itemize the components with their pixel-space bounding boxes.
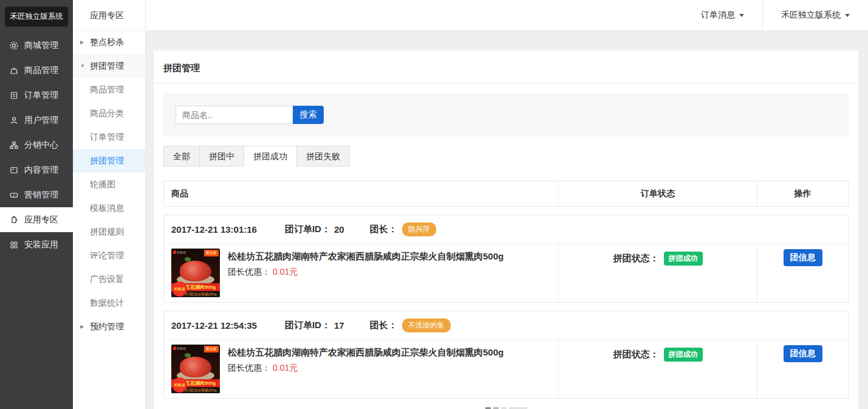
sidebar-item-mall[interactable]: 商城管理 — [0, 33, 73, 58]
group-info-button[interactable]: 团信息 — [784, 345, 822, 362]
app-logo: 禾匠独立版系统 — [5, 7, 68, 27]
leader-discount: 团长优惠：0.01元 — [228, 363, 504, 374]
flame-icon — [173, 250, 176, 254]
sidebar-item-label: 商品管理 — [24, 65, 58, 76]
sidebar-item-users[interactable]: 用户管理 — [0, 108, 73, 132]
chevron-right-icon: ▶ — [80, 324, 86, 329]
search-input[interactable] — [176, 106, 293, 124]
order-id-label: 团订单ID： — [285, 224, 330, 235]
col-header-product: 商品 — [164, 188, 558, 199]
order-group: 2017-12-21 13:01:16 团订单ID： 20 团长： 陈兴萍 松桂… — [163, 215, 849, 303]
caret-down-icon — [739, 14, 744, 17]
discount-value: 0.01元 — [273, 267, 298, 277]
order-id-value: 17 — [334, 320, 344, 331]
order-group: 2017-12-21 12:54:35 团订单ID： 17 团长： 不洗澡的鱼 … — [163, 311, 849, 399]
grid-icon — [9, 240, 19, 250]
order-group-body: 松桂坊 聚划算 五花腊肉500g 买3份送白辣椒200g ¥39.8 松桂坊五花… — [164, 244, 848, 302]
sidebar-item-orders[interactable]: 订单管理 — [0, 83, 73, 108]
order-messages-label: 订单消息 — [701, 10, 735, 21]
product-image: 松桂坊 聚划算 五花腊肉500g 买3份送白辣椒200g ¥39.8 — [171, 249, 220, 297]
submenu-item-data-stats[interactable]: 数据统计 — [73, 291, 145, 315]
submenu-item-goods-category[interactable]: 商品分类 — [73, 101, 145, 125]
submenu-item-groupbuy-manage[interactable]: 拼团管理 — [73, 149, 145, 173]
submenu-group-seckill[interactable]: ▶ 整点秒杀 — [73, 30, 145, 54]
sidebar-item-label: 营销管理 — [24, 190, 58, 201]
submenu-item-groupbuy-rules[interactable]: 拼团规则 — [73, 220, 145, 244]
submenu-item-goods-manage[interactable]: 商品管理 — [73, 78, 145, 101]
sidebar-item-marketing[interactable]: 营销管理 — [0, 182, 73, 207]
promo-badge: 聚划算 — [204, 346, 219, 352]
submenu-item-ad-settings[interactable]: 广告设置 — [73, 267, 145, 291]
garnish-shape — [185, 257, 191, 261]
discount-value: 0.01元 — [273, 363, 298, 373]
product-info: 松桂坊五花腊肉湖南特产农家湘西腊肠咸肉正宗柴火自制烟熏肉500g 团长优惠：0.… — [228, 249, 504, 297]
clipboard-icon — [9, 91, 19, 100]
sidebar-item-app-zone[interactable]: 应用专区 — [0, 207, 73, 232]
garnish-shape — [185, 353, 191, 357]
page-title: 拼团管理 — [154, 50, 858, 83]
flame-icon — [173, 346, 176, 350]
content-card: 拼团管理 搜索 全部 拼团中 拼团成功 拼团失败 商品 订单状态 操作 2017… — [154, 50, 858, 409]
product-image: 松桂坊 聚划算 五花腊肉500g 买3份送白辣椒200g ¥39.8 — [171, 345, 220, 393]
secondary-sidebar: 应用专区 ▶ 整点秒杀 ▼ 拼团管理 商品管理 商品分类 订单管理 拼团管理 轮… — [73, 0, 146, 409]
order-group-header: 2017-12-21 12:54:35 团订单ID： 17 团长： 不洗澡的鱼 — [164, 311, 848, 340]
submenu-group-label: 整点秒杀 — [90, 37, 124, 48]
product-title: 松桂坊五花腊肉湖南特产农家湘西腊肠咸肉正宗柴火自制烟熏肉500g — [228, 347, 504, 359]
image-price-badge: ¥39.8 — [172, 281, 187, 297]
orders-table: 商品 订单状态 操作 2017-12-21 13:01:16 团订单ID： 20… — [163, 180, 849, 409]
image-price-badge: ¥39.8 — [172, 377, 187, 393]
order-datetime: 2017-12-21 13:01:16 — [171, 224, 257, 235]
sidebar-item-goods[interactable]: 商品管理 — [0, 58, 73, 83]
product-cell: 松桂坊 聚划算 五花腊肉500g 买3份送白辣椒200g ¥39.8 松桂坊五花… — [164, 244, 558, 302]
submenu-item-carousel[interactable]: 轮播图 — [73, 173, 145, 196]
sidebar-item-distribution[interactable]: 分销中心 — [0, 132, 73, 157]
submenu-group-label: 预约管理 — [90, 321, 124, 332]
search-panel: 搜索 — [163, 93, 849, 137]
submenu-group-groupbuy[interactable]: ▼ 拼团管理 — [73, 54, 145, 78]
leader-discount: 团长优惠：0.01元 — [228, 267, 504, 278]
sidebar-item-install-app[interactable]: 安装应用 — [0, 232, 73, 257]
bag-icon — [9, 66, 19, 75]
submenu-item-comment-manage[interactable]: 评论管理 — [73, 244, 145, 267]
chevron-down-icon: ▼ — [80, 63, 86, 69]
action-cell: 团信息 — [757, 340, 848, 398]
sidebar-item-label: 分销中心 — [24, 140, 58, 151]
promo-badge: 聚划算 — [204, 250, 219, 256]
tab-all[interactable]: 全部 — [163, 146, 200, 167]
col-header-action: 操作 — [757, 181, 848, 206]
sidebar-item-label: 用户管理 — [24, 115, 58, 126]
tab-success[interactable]: 拼团成功 — [244, 146, 297, 167]
account-dropdown[interactable]: 禾匠独立版系统 — [762, 0, 868, 30]
status-tabs: 全部 拼团中 拼团成功 拼团失败 — [163, 146, 849, 167]
order-messages-dropdown[interactable]: 订单消息 — [683, 0, 762, 30]
primary-sidebar: 禾匠独立版系统 商城管理 商品管理 订单管理 用户管理 分销中心 内容管理 — [0, 0, 73, 409]
submenu-item-order-manage[interactable]: 订单管理 — [73, 125, 145, 149]
submenu-item-template-message[interactable]: 模板消息 — [73, 196, 145, 220]
product-brand: 松桂坊 — [173, 250, 186, 254]
tab-in-progress[interactable]: 拼团中 — [199, 146, 244, 167]
product-cell: 松桂坊 聚划算 五花腊肉500g 买3份送白辣椒200g ¥39.8 松桂坊五花… — [164, 340, 558, 398]
tab-failed[interactable]: 拼团失败 — [296, 146, 350, 167]
table-header-row: 商品 订单状态 操作 — [163, 180, 849, 207]
sidebar-item-label: 内容管理 — [24, 165, 58, 176]
order-id-label: 团订单ID： — [285, 320, 330, 331]
puzzle-icon — [9, 215, 19, 225]
topbar: 订单消息 禾匠独立版系统 — [146, 0, 868, 31]
sidebar-item-label: 订单管理 — [24, 90, 58, 101]
order-id-value: 20 — [334, 224, 344, 235]
leader-label: 团长： — [370, 224, 397, 235]
sidebar-item-label: 商城管理 — [24, 40, 58, 51]
col-header-status: 订单状态 — [558, 181, 757, 206]
order-group-header: 2017-12-21 13:01:16 团订单ID： 20 团长： 陈兴萍 — [164, 215, 848, 244]
meat-shape — [180, 357, 211, 377]
submenu-group-reserve[interactable]: ▶ 预约管理 — [73, 315, 145, 339]
status-badge: 拼团成功 — [664, 348, 703, 362]
leader-badge: 陈兴萍 — [402, 222, 436, 236]
status-cell: 拼团状态： 拼团成功 — [558, 340, 757, 398]
group-info-button[interactable]: 团信息 — [784, 249, 822, 266]
sidebar-item-content[interactable]: 内容管理 — [0, 157, 73, 182]
search-button[interactable]: 搜索 — [293, 106, 324, 124]
status-label: 拼团状态： — [613, 349, 659, 360]
sitemap-icon — [9, 140, 19, 150]
product-brand: 松桂坊 — [173, 346, 186, 350]
